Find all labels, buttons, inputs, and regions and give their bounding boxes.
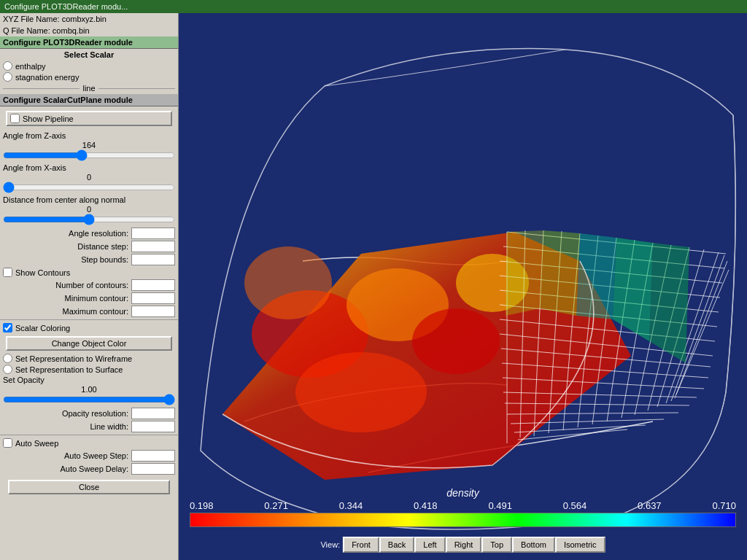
wireframe-label: Set Representation to Wireframe <box>15 354 132 363</box>
module2-title: Configure ScalarCutPlane module <box>0 94 178 106</box>
view-right-button[interactable]: Right <box>446 537 482 553</box>
angle-resolution-label: Angle resolution: <box>3 229 131 238</box>
colorbar-title: density <box>190 487 736 499</box>
show-contours-label: Show Contours <box>15 268 70 277</box>
line-width-input[interactable]: 4.0 <box>131 421 175 432</box>
module1-title: Configure PLOT3DReader module <box>0 36 178 49</box>
select-scalar-title: Select Scalar <box>0 49 178 61</box>
auto-sweep-delay-input[interactable]: 1.0 <box>131 463 175 475</box>
num-contours-input[interactable]: 10 <box>131 279 175 291</box>
opacity-resolution-input[interactable]: 0.01 <box>131 408 175 419</box>
dist-center-label: Distance from center along normal <box>0 195 178 205</box>
step-bounds-input[interactable]: 10 <box>131 254 175 265</box>
left-panel: XYZ File Name: combxyz.bin Q File Name: … <box>0 13 179 560</box>
scalar-stagnation-radio[interactable] <box>3 72 12 82</box>
scalar-stagnation-label: stagnation energy <box>15 73 79 82</box>
scalar-enthalpy-radio[interactable] <box>3 61 12 71</box>
title-bar: Configure PLOT3DReader modu... <box>0 0 747 13</box>
min-contour-label: Minimum contour: <box>3 294 131 303</box>
colorbar-gradient <box>190 513 736 527</box>
show-pipeline-checkbox[interactable] <box>10 114 20 123</box>
num-contours-label: Number of contours: <box>3 281 131 289</box>
view-label: View: <box>320 540 340 549</box>
min-contour-input[interactable]: 0.197813 <box>131 292 175 304</box>
scalar-enthalpy-label: enthalpy <box>15 62 46 71</box>
colorbar-label-4: 0.491 <box>488 500 512 511</box>
angle-x-label: Angle from X-axis <box>0 163 178 173</box>
auto-sweep-delay-label: Auto Sweep Delay: <box>3 464 131 473</box>
colorbar-label-7: 0.710 <box>712 500 736 511</box>
colorbar-label-2: 0.344 <box>339 500 363 511</box>
view-front-button[interactable]: Front <box>343 537 379 553</box>
show-contours-row: Show Contours <box>0 266 178 279</box>
surface-radio[interactable] <box>3 365 12 374</box>
colorbar-label-5: 0.564 <box>563 500 587 511</box>
colorbar-labels: 0.198 0.271 0.344 0.418 0.491 0.564 0.63… <box>190 500 736 511</box>
auto-sweep-label: Auto Sweep <box>15 439 58 448</box>
title-label: Configure PLOT3DReader modu... <box>4 2 128 11</box>
opacity-resolution-label: Opacity resolution: <box>3 409 131 418</box>
scalar-coloring-label: Scalar Coloring <box>15 324 70 332</box>
view-left-button[interactable]: Left <box>414 537 445 553</box>
colorbar-label-3: 0.418 <box>414 500 438 511</box>
view-isometric-button[interactable]: Isometric <box>555 537 605 553</box>
close-button[interactable]: Close <box>8 480 170 494</box>
svg-point-6 <box>295 352 427 432</box>
3d-visualization <box>179 13 747 560</box>
set-opacity-label: Set Opacity <box>0 375 178 385</box>
distance-step-input[interactable]: 0.3824 <box>131 241 175 252</box>
angle-x-slider[interactable] <box>3 182 175 192</box>
xyz-file-info: XYZ File Name: combxyz.bin <box>0 13 178 25</box>
max-contour-label: Maximum contour: <box>3 307 131 316</box>
auto-sweep-row: Auto Sweep <box>0 437 178 449</box>
surface-label: Set Representation to Surface <box>15 365 123 374</box>
distance-step-label: Distance step: <box>3 242 131 251</box>
dist-center-slider[interactable] <box>3 214 175 225</box>
auto-sweep-step-label: Auto Sweep Step: <box>3 451 131 460</box>
viewport: density 0.198 0.271 0.344 0.418 0.491 0.… <box>179 13 747 560</box>
view-bottom-button[interactable]: Bottom <box>512 537 555 553</box>
max-contour-input[interactable]: 0.710419 <box>131 306 175 317</box>
angle-z-label: Angle from Z-axis <box>0 131 178 141</box>
svg-marker-46 <box>506 230 543 316</box>
angle-resolution-input[interactable]: 1.0 <box>131 228 175 239</box>
svg-marker-44 <box>540 230 580 316</box>
show-pipeline-button[interactable]: Show Pipeline <box>6 111 172 126</box>
scalar-stagnation-row: stagnation energy <box>0 71 178 82</box>
auto-sweep-checkbox[interactable] <box>3 438 12 448</box>
wireframe-row: Set Representation to Wireframe <box>0 353 178 364</box>
scalar-coloring-row: Scalar Coloring <box>0 322 178 334</box>
colorbar-container: density 0.198 0.271 0.344 0.418 0.491 0.… <box>190 487 736 527</box>
colorbar-label-6: 0.637 <box>638 500 662 511</box>
view-buttons-container: View: Front Back Left Right Top Bottom I… <box>320 537 605 553</box>
view-back-button[interactable]: Back <box>379 537 414 553</box>
svg-marker-42 <box>576 233 616 319</box>
pipeline-line-label: line <box>82 84 95 93</box>
scalar-enthalpy-row: enthalpy <box>0 61 178 71</box>
angle-z-value: 164 <box>0 141 178 149</box>
opacity-value: 1.00 <box>0 385 178 394</box>
auto-sweep-step-input[interactable]: 1 <box>131 450 175 462</box>
step-bounds-label: Step bounds: <box>3 255 131 264</box>
view-top-button[interactable]: Top <box>481 537 512 553</box>
change-object-color-button[interactable]: Change Object Color <box>6 336 172 351</box>
colorbar-label-0: 0.198 <box>190 500 214 511</box>
svg-point-8 <box>244 246 332 319</box>
surface-row: Set Representation to Surface <box>0 364 178 375</box>
wireframe-radio[interactable] <box>3 354 12 363</box>
angle-z-slider[interactable] <box>3 150 175 160</box>
svg-point-5 <box>412 308 500 374</box>
colorbar-label-1: 0.271 <box>264 500 288 511</box>
show-contours-checkbox[interactable] <box>3 268 12 277</box>
line-width-label: Line width: <box>3 422 131 431</box>
show-pipeline-label: Show Pipeline <box>23 114 74 123</box>
scalar-coloring-checkbox[interactable] <box>3 323 12 332</box>
q-file-info: Q File Name: combq.bin <box>0 25 178 36</box>
dist-center-value: 0 <box>0 205 178 214</box>
opacity-slider[interactable] <box>3 394 175 405</box>
angle-x-value: 0 <box>0 173 178 182</box>
